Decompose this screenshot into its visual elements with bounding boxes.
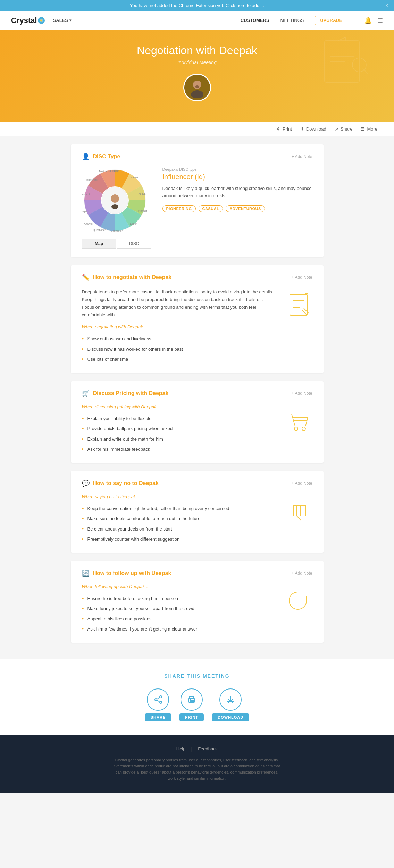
followup-content: When following up with Deepak... Ensure … bbox=[82, 584, 312, 634]
no-text: When saying no to Deepak... Keep the con… bbox=[82, 494, 276, 544]
logo-text: Crystal bbox=[11, 16, 37, 25]
disc-wheel: Initiator Driver Stabilizer Planner Edit… bbox=[82, 167, 148, 233]
disc-type-name: Influencer (Id) bbox=[162, 173, 312, 181]
svg-point-16 bbox=[111, 204, 118, 209]
negotiate-add-note[interactable]: + Add Note bbox=[292, 275, 312, 280]
logo-badge: ⚡ bbox=[38, 17, 45, 24]
nav-customers[interactable]: CUSTOMERS bbox=[241, 18, 269, 23]
followup-text: When following up with Deepak... Ensure … bbox=[82, 584, 276, 634]
no-italics: When saying no to Deepak... bbox=[82, 494, 276, 499]
disc-add-note[interactable]: + Add Note bbox=[292, 154, 312, 159]
more-button[interactable]: ☰ More bbox=[361, 126, 377, 132]
svg-text:Initiator: Initiator bbox=[110, 169, 120, 172]
followup-bullet-1: Ensure he is free before asking him in p… bbox=[82, 593, 276, 604]
share-meeting-title: SHARE THIS MEETING bbox=[11, 673, 383, 679]
svg-line-42 bbox=[157, 697, 160, 699]
followup-section: 🔄 How to follow up with Deepak + Add Not… bbox=[71, 561, 324, 643]
no-header: 💬 How to say no to Deepak + Add Note bbox=[82, 479, 312, 487]
print-button[interactable]: 🖨 Print bbox=[276, 126, 292, 132]
pricing-bullet-3: Explain and write out the math for him bbox=[82, 434, 276, 444]
negotiate-bullets: Show enthusiasm and liveliness Discuss h… bbox=[82, 334, 276, 365]
no-bullet-2: Make sure he feels comfortable to reach … bbox=[82, 514, 276, 524]
svg-text:Motivator: Motivator bbox=[99, 170, 110, 173]
followup-icon: 🔄 bbox=[82, 569, 90, 577]
logo[interactable]: Crystal ⚡ bbox=[11, 16, 45, 25]
pricing-bullets: Explain your ability to be flexible Prov… bbox=[82, 414, 276, 454]
share-button[interactable]: ↗ Share bbox=[335, 126, 353, 132]
disc-section-title: DISC Type bbox=[93, 153, 120, 160]
banner-text: You have not added the Chrome Extension … bbox=[130, 3, 264, 8]
download-button[interactable]: ⬇ Download bbox=[300, 126, 326, 132]
nav-meetings[interactable]: MEETINGS bbox=[280, 18, 304, 23]
footer-help[interactable]: Help bbox=[176, 746, 186, 752]
pricing-icon: 🛒 bbox=[82, 390, 90, 397]
share-circle-icon bbox=[147, 688, 169, 711]
followup-title-group: 🔄 How to follow up with Deepak bbox=[82, 569, 171, 577]
share-group-share: SHARE bbox=[145, 688, 171, 721]
more-icon: ☰ bbox=[361, 126, 365, 132]
svg-text:Questioner: Questioner bbox=[93, 228, 106, 232]
share-print-button[interactable]: PRINT bbox=[179, 713, 204, 721]
pricing-bullet-4: Ask for his immediate feedback bbox=[82, 444, 276, 454]
bell-icon[interactable]: 🔔 bbox=[364, 17, 372, 24]
download-icon: ⬇ bbox=[300, 126, 304, 132]
no-content: When saying no to Deepak... Keep the con… bbox=[82, 494, 312, 544]
share-share-button[interactable]: SHARE bbox=[145, 713, 171, 721]
disc-tags: PIONEERING CASUAL ADVENTUROUS bbox=[162, 205, 312, 212]
disc-tabs: Map DISC bbox=[82, 239, 151, 249]
svg-text:Planner: Planner bbox=[138, 209, 147, 212]
footer: Help | Feedback Crystal generates person… bbox=[0, 735, 394, 793]
pricing-header: 🛒 Discuss Pricing with Deepak + Add Note bbox=[82, 390, 312, 397]
followup-illustration bbox=[285, 584, 312, 634]
negotiate-italics: When negotiating with Deepak... bbox=[82, 324, 276, 329]
negotiate-title-group: ✏️ How to negotiate with Deepak bbox=[82, 274, 172, 281]
top-banner[interactable]: You have not added the Chrome Extension … bbox=[0, 0, 394, 11]
hero-illustration bbox=[318, 37, 373, 87]
no-bullet-4: Preemptively counter with different sugg… bbox=[82, 534, 276, 544]
negotiate-illustration bbox=[285, 288, 312, 365]
disc-section: 👤 DISC Type + Add Note bbox=[71, 144, 324, 257]
pricing-content: When discussing pricing with Deepak... E… bbox=[82, 404, 312, 454]
svg-point-41 bbox=[160, 701, 162, 703]
no-add-note[interactable]: + Add Note bbox=[292, 481, 312, 486]
svg-text:Skeptic: Skeptic bbox=[82, 210, 89, 213]
download-circle-icon bbox=[219, 688, 242, 711]
share-group-download: DOWNLOAD bbox=[212, 688, 249, 721]
disc-icon: 👤 bbox=[82, 153, 90, 160]
pricing-title-group: 🛒 Discuss Pricing with Deepak bbox=[82, 390, 169, 397]
footer-feedback[interactable]: Feedback bbox=[198, 746, 218, 752]
no-bullet-3: Be clear about your decision from the st… bbox=[82, 524, 276, 534]
followup-add-note[interactable]: + Add Note bbox=[292, 571, 312, 576]
avatar bbox=[183, 74, 211, 101]
navbar: Crystal ⚡ SALES ▾ CUSTOMERS MEETINGS UPG… bbox=[0, 11, 394, 30]
no-bullet-1: Keep the conversation lighthearted, rath… bbox=[82, 503, 276, 514]
nav-sales-dropdown[interactable]: SALES ▾ bbox=[53, 18, 71, 23]
disc-tag-adventurous: ADVENTUROUS bbox=[226, 205, 265, 212]
pricing-add-note[interactable]: + Add Note bbox=[292, 391, 312, 396]
footer-links: Help | Feedback bbox=[6, 746, 388, 752]
svg-point-36 bbox=[302, 427, 305, 431]
svg-text:Counselor: Counselor bbox=[110, 229, 123, 232]
negotiate-bullet-2: Discuss how it has worked for others in … bbox=[82, 344, 276, 354]
upgrade-button[interactable]: UPGRADE bbox=[315, 16, 347, 25]
action-bar: 🖨 Print ⬇ Download ↗ Share ☰ More bbox=[0, 122, 394, 136]
svg-text:Architect: Architect bbox=[82, 193, 90, 196]
share-buttons: SHARE PRINT DOWN bbox=[11, 688, 383, 721]
no-title-group: 💬 How to say no to Deepak bbox=[82, 479, 159, 487]
share-download-button[interactable]: DOWNLOAD bbox=[212, 713, 249, 721]
share-icon: ↗ bbox=[335, 126, 338, 132]
menu-icon[interactable]: ☰ bbox=[377, 17, 383, 24]
disc-tab-map[interactable]: Map bbox=[82, 239, 116, 249]
negotiate-header: ✏️ How to negotiate with Deepak + Add No… bbox=[82, 274, 312, 281]
pricing-bullet-2: Provide quick, ballpark pricing when ask… bbox=[82, 424, 276, 434]
negotiate-content: Deepak tends to prefer more casual, laid… bbox=[82, 288, 312, 365]
svg-line-43 bbox=[157, 700, 160, 702]
svg-point-35 bbox=[294, 427, 298, 431]
svg-point-9 bbox=[191, 90, 203, 98]
negotiate-icon: ✏️ bbox=[82, 274, 90, 281]
footer-disclaimer: Crystal generates personality profiles f… bbox=[114, 757, 280, 782]
banner-close[interactable]: × bbox=[385, 2, 388, 9]
svg-text:Analyst: Analyst bbox=[84, 222, 93, 225]
print-label: Print bbox=[283, 126, 292, 132]
disc-tab-disc[interactable]: DISC bbox=[117, 239, 151, 249]
